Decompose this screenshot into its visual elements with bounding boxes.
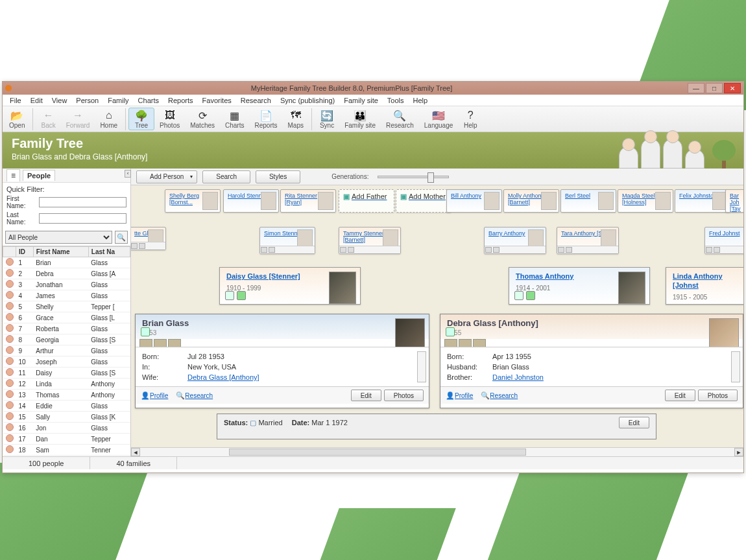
add-daughter-link[interactable]: Add Daughter	[296, 447, 340, 447]
tree-node[interactable]: Rita Stenner [Ryan]	[280, 189, 336, 213]
tool-research[interactable]: 🔍Research	[381, 108, 419, 130]
edit-button[interactable]: Edit	[351, 390, 381, 401]
bg-decor	[0, 463, 151, 560]
tree-node-daisy[interactable]: Daisy Glass [Stenner] 1910 - 1999	[219, 267, 361, 305]
tree-node-linda[interactable]: Linda Anthony [Johnst 1915 - 2005	[666, 267, 743, 305]
menu-research[interactable]: Research	[236, 96, 276, 105]
menu-charts[interactable]: Charts	[134, 96, 163, 105]
tool-maps[interactable]: 🗺Maps	[282, 108, 308, 130]
tool-photos[interactable]: 🖼Photos	[154, 108, 185, 130]
tree-canvas[interactable]: Shelly Berg [Bornst... Harold Stenner Ri…	[131, 185, 743, 447]
menu-file[interactable]: File	[5, 96, 26, 105]
tree-node[interactable]: Barry Anthony	[484, 227, 546, 254]
table-row[interactable]: 13ThomasAnthony	[3, 390, 130, 401]
scrollbar[interactable]	[731, 351, 740, 382]
table-row[interactable]: 1BrianGlass	[3, 257, 130, 268]
tree-node[interactable]: Tara Anthony [Steel]	[557, 227, 619, 254]
status-people: 100 people	[3, 457, 90, 469]
tree-node[interactable]: Fred Johnst	[704, 227, 743, 254]
people-filter-select[interactable]: All People	[5, 231, 112, 244]
tool-help[interactable]: ?Help	[458, 108, 483, 130]
menu-favorites[interactable]: Favorites	[198, 96, 236, 105]
profile-link[interactable]: Profile	[455, 392, 473, 399]
add-mother-node[interactable]: ▣Add Mother	[396, 189, 451, 213]
table-row[interactable]: 7RobertaGlass	[3, 323, 130, 334]
tree-node[interactable]: Bill Anthony	[446, 189, 502, 213]
scrollbar[interactable]	[417, 351, 426, 382]
table-row[interactable]: 15SallyGlass [K	[3, 412, 130, 423]
tool-sync[interactable]: 🔄Sync	[315, 108, 339, 130]
table-row[interactable]: 12LindaAnthony	[3, 379, 130, 390]
tree-node[interactable]: Shelly Berg [Bornst...	[165, 189, 221, 213]
photos-button[interactable]: Photos	[698, 390, 738, 401]
search-button[interactable]: Search	[202, 170, 250, 183]
tree-node[interactable]: Tammy Stenner [Barnett]	[339, 227, 401, 254]
tool-family-site[interactable]: 👪Family site	[339, 108, 381, 130]
search-icon[interactable]: 🔍	[115, 231, 128, 244]
table-row[interactable]: 16JonGlass	[3, 423, 130, 434]
table-row[interactable]: 8GeorgiaGlass [S	[3, 334, 130, 345]
tool-charts[interactable]: ▦Charts	[220, 108, 249, 130]
menu-family-site[interactable]: Family site	[339, 96, 383, 105]
tool-home[interactable]: ⌂Home	[95, 108, 123, 130]
first-name-input[interactable]	[39, 197, 126, 207]
tool-open[interactable]: 📂Open	[4, 108, 30, 130]
table-row[interactable]: 2DebraGlass [A	[3, 268, 130, 279]
people-table[interactable]: IDFirst NameLast Na1BrianGlass2DebraGlas…	[3, 246, 130, 456]
research-link[interactable]: Research	[185, 392, 213, 399]
styles-button[interactable]: Styles	[256, 170, 300, 183]
edit-button[interactable]: Edit	[665, 390, 695, 401]
menu-reports[interactable]: Reports	[163, 96, 198, 105]
family-edit-button[interactable]: Edit	[619, 417, 649, 428]
horizontal-scrollbar[interactable]: ◄►	[131, 447, 743, 456]
minimize-button[interactable]: —	[688, 83, 704, 93]
table-row[interactable]: 10JosephGlass	[3, 356, 130, 368]
window-title: MyHeritage Family Tree Builder 8.0, Prem…	[16, 84, 688, 92]
table-row[interactable]: 9ArthurGlass	[3, 345, 130, 356]
menu-help[interactable]: Help	[409, 96, 433, 105]
tool-reports[interactable]: 📄Reports	[249, 108, 282, 130]
research-link[interactable]: Research	[490, 392, 518, 399]
generations-slider[interactable]	[378, 176, 449, 178]
tree-node[interactable]: Simon Stenner	[259, 227, 315, 254]
canvas-area: Add Person Search Styles Generations: Sh…	[131, 169, 743, 456]
badge-icon	[141, 327, 150, 336]
profile-link[interactable]: Profile	[150, 392, 168, 399]
add-person-button[interactable]: Add Person	[136, 170, 197, 183]
wife-link[interactable]: Debra Glass [Anthony]	[187, 373, 259, 381]
tree-node[interactable]: tte Glass	[131, 227, 166, 250]
tree-node[interactable]: Berl Steel	[560, 189, 616, 213]
add-father-node[interactable]: ▣Add Father	[339, 189, 394, 213]
people-tab[interactable]: ≡ People	[3, 169, 130, 183]
menu-person[interactable]: Person	[71, 96, 103, 105]
table-row[interactable]: 14EddieGlass	[3, 401, 130, 412]
tree-node[interactable]: Magda Steel [Holness]	[618, 189, 673, 213]
tree-node-thomas[interactable]: Thomas Anthony 1914 - 2001	[509, 267, 650, 305]
maximize-button[interactable]: □	[706, 83, 723, 93]
tool-tree[interactable]: 🌳Tree	[128, 108, 154, 130]
menu-tools[interactable]: Tools	[383, 96, 409, 105]
table-row[interactable]: 17DanTepper	[3, 434, 130, 445]
close-button[interactable]: ✕	[724, 83, 741, 93]
table-row[interactable]: 18SamTenner	[3, 445, 130, 456]
tree-node[interactable]: Harold Stenner	[223, 189, 279, 213]
tree-node[interactable]: Bar Joh [Tay	[725, 189, 743, 213]
menu-family[interactable]: Family	[103, 96, 133, 105]
tree-node[interactable]: Felix Johnston	[675, 189, 730, 213]
brother-link[interactable]: Daniel Johnston	[492, 373, 544, 381]
sidebar-collapse[interactable]: ‹	[125, 170, 131, 178]
tree-node[interactable]: Molly Anthony [Barnett]	[503, 189, 559, 213]
menu-view[interactable]: View	[47, 96, 72, 105]
tool-language[interactable]: 🇺🇸Language	[419, 108, 459, 130]
table-row[interactable]: 3JonathanGlass	[3, 279, 130, 290]
photos-button[interactable]: Photos	[384, 390, 424, 401]
last-name-input[interactable]	[39, 213, 126, 224]
menu-sync-publishing-[interactable]: Sync (publishing)	[276, 96, 339, 105]
table-row[interactable]: 4JamesGlass	[3, 290, 130, 301]
table-row[interactable]: 11DaisyGlass [S	[3, 368, 130, 379]
add-son-link[interactable]: Add Son	[265, 447, 292, 447]
table-row[interactable]: 5ShellyTepper [	[3, 301, 130, 312]
tool-matches[interactable]: ⟳Matches	[185, 108, 220, 130]
table-row[interactable]: 6GraceGlass [L	[3, 312, 130, 323]
menu-edit[interactable]: Edit	[26, 96, 47, 105]
